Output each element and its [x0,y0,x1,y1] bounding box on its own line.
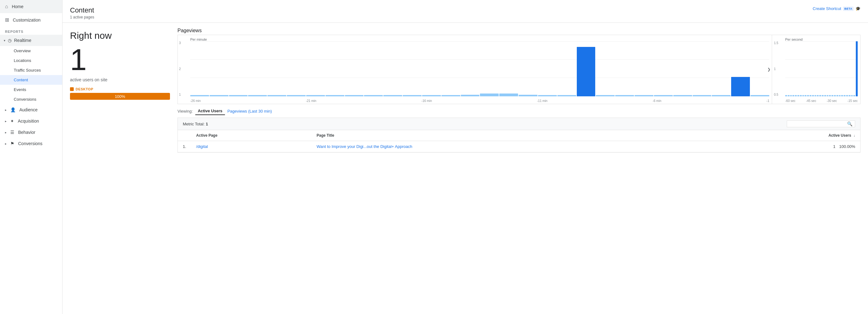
sec-bar-6 [797,95,799,96]
viewing-tab-pageviews[interactable]: Pageviews (Last 30 min) [227,109,272,114]
sidebar-item-audience[interactable]: ▸ 👤 Audience [0,104,62,115]
chevron-down-icon: ▾ [4,39,5,42]
customization-label: Customization [13,18,41,23]
bar-spike [577,47,595,96]
bar-5 [268,95,286,96]
behavior-icon: ☰ [10,130,14,135]
bar-26 [673,95,692,96]
search-icon[interactable]: 🔍 [847,121,852,126]
sec-bar-24 [841,95,843,96]
bar-7 [306,95,325,96]
sidebar-sub-item-locations[interactable]: Locations [0,56,62,65]
device-percent-label: 100% [115,94,125,99]
overview-label: Overview [14,49,31,53]
locations-label: Locations [14,58,31,63]
metric-total-label: Metric Total: [183,122,205,126]
sec-bar-12 [812,95,814,96]
viewing-tab-active-users[interactable]: Active Users [195,107,225,115]
conversions-sub-label: Conversions [14,97,36,102]
sec-bar-27 [849,95,850,96]
chart-per-minute: Per minute 3 2 1 [178,35,772,104]
device-progress-bar: 100% [70,93,170,100]
events-label: Events [14,87,26,92]
x-label-11: -11 min [537,99,548,103]
table-header-bar: Metric Total: 1 🔍 [178,118,860,130]
sec-bar-29 [853,95,855,96]
sidebar-item-acquisition[interactable]: ▸ ✦ Acquisition [0,115,62,127]
bars-per-minute [190,41,769,96]
row-active-users: 1 100.00% [719,141,860,152]
y-axis-minute: 3 2 1 [179,41,181,96]
sidebar-item-customization[interactable]: ⊞ Customization [0,13,62,27]
y-axis-second: 1.5 1 0.5 [774,41,778,96]
device-label: DESKTOP [70,87,170,91]
bar-9 [345,95,364,96]
x-label-26: -26 min [190,99,200,103]
right-now-label: Right now [70,30,112,41]
x-label-30: -30 sec [827,99,837,103]
page-subtitle: 1 active pages [70,15,94,19]
viewing-section: Viewing: Active Users Pageviews (Last 30… [178,104,861,115]
sec-bar-19 [829,95,831,96]
device-section: DESKTOP 100% [70,87,170,100]
th-active-page: Active Page [191,130,312,141]
viewing-label: Viewing: [178,109,193,114]
data-table: Active Page Page Title Active Users ↓ 1. [178,130,860,152]
x-label-60: -60 sec [785,99,796,103]
sec-bar-13 [814,95,816,96]
bar-8 [326,95,344,96]
x-axis-second: -60 sec -45 sec -30 sec -15 sec [785,99,858,103]
table-row: 1. /digital Want to Improve your Digi...… [178,141,860,152]
sec-bar-21 [834,95,836,96]
active-users-label: active users on site [70,77,107,82]
search-input[interactable] [789,122,846,126]
sec-bar-spike [856,41,858,96]
chevron-right-beh-icon: ▸ [5,131,6,134]
active-users-cell: 1 100.00% [724,144,855,149]
bar-17 [499,93,518,96]
sec-bar-23 [839,95,841,96]
sidebar-sub-item-overview[interactable]: Overview [0,46,62,56]
y-label-0.5: 0.5 [774,93,778,96]
create-shortcut-button[interactable]: Create Shortcut BETA 🎓 [813,6,861,11]
sidebar-item-realtime[interactable]: ▾ ◷ Realtime [0,35,62,46]
audience-icon: 👤 [10,107,16,112]
bar-27 [693,95,711,96]
table-header-row: Active Page Page Title Active Users ↓ [178,130,860,141]
row-num: 1. [178,141,191,152]
beta-badge: BETA [843,6,854,11]
page-title: Content [70,6,94,15]
bar-20 [557,95,576,96]
behavior-label: Behavior [18,130,35,135]
content-nav-label: Content [14,78,28,82]
sec-bar-15 [819,95,821,96]
realtime-label: Realtime [14,38,31,43]
sidebar-sub-item-events[interactable]: Events [0,85,62,94]
sidebar-item-behavior[interactable]: ▸ ☰ Behavior [0,127,62,138]
bar-6 [287,95,306,96]
bar-recent [731,77,750,96]
traffic-sources-label: Traffic Sources [14,68,41,73]
device-type-label: DESKTOP [75,87,93,91]
x-label-6: -6 min [653,99,661,103]
bar-30 [750,95,769,96]
audience-label: Audience [19,107,37,112]
sec-bar-5 [795,95,797,96]
acquisition-label: Acquisition [18,118,39,123]
active-page-link[interactable]: /digital [196,144,208,149]
expand-icon[interactable]: ❯ [767,67,771,72]
bar-28 [712,95,731,96]
sidebar-sub-item-content[interactable]: Content [0,75,62,85]
page-title-link[interactable]: Want to Improve your Digi...out the Digi… [316,144,412,149]
sidebar-sub-item-conversions[interactable]: Conversions [0,94,62,104]
sidebar-item-conversions[interactable]: ▸ ⚑ Conversions [0,138,62,149]
sec-bar-7 [800,95,802,96]
sec-bar-1 [785,95,787,96]
conversions-label: Conversions [18,141,42,146]
y-label-1.0: 1 [774,67,778,71]
active-users-count: 1 [70,45,87,75]
sec-bar-2 [788,95,789,96]
bar-19 [538,95,557,96]
sidebar-item-home[interactable]: ⌂ Home [0,0,62,13]
sidebar-sub-item-traffic-sources[interactable]: Traffic Sources [0,65,62,75]
